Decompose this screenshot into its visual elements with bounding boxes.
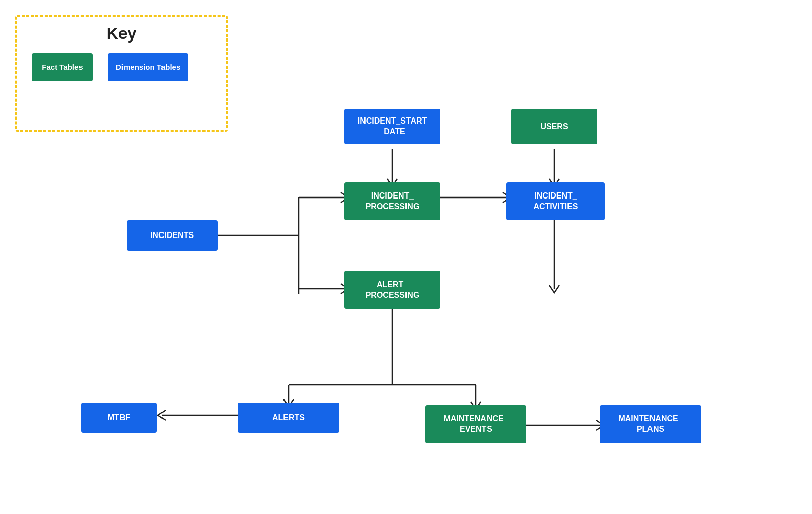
key-dim-node: Dimension Tables bbox=[108, 53, 188, 81]
key-fact-node: Fact Tables bbox=[32, 53, 93, 81]
key-title: Key bbox=[27, 24, 216, 43]
users-node: USERS bbox=[511, 109, 597, 144]
incidents-node: INCIDENTS bbox=[127, 220, 218, 251]
key-items: Fact Tables Dimension Tables bbox=[27, 53, 216, 81]
diagram-container: Key Fact Tables Dimension Tables bbox=[0, 0, 812, 514]
alert-processing-node: ALERT_PROCESSING bbox=[344, 271, 440, 309]
maintenance-plans-node: MAINTENANCE_PLANS bbox=[600, 405, 701, 443]
key-box: Key Fact Tables Dimension Tables bbox=[15, 15, 228, 132]
maintenance-events-node: MAINTENANCE_EVENTS bbox=[425, 405, 526, 443]
incident-start-date-node: INCIDENT_START_DATE bbox=[344, 109, 440, 144]
incident-processing-node: INCIDENT_PROCESSING bbox=[344, 182, 440, 220]
alerts-node: ALERTS bbox=[238, 403, 339, 433]
incident-activities-node: INCIDENT_ACTIVITIES bbox=[506, 182, 605, 220]
mtbf-node: MTBF bbox=[81, 403, 157, 433]
